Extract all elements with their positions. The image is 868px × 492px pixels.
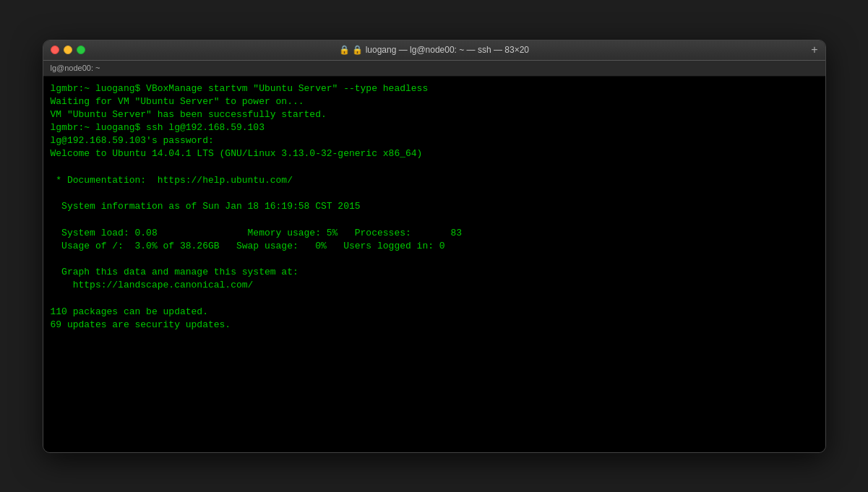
minimize-button[interactable] [64, 46, 72, 54]
traffic-lights [51, 46, 85, 54]
window-title: 🔒 🔒 luogang — lg@node00: ~ — ssh — 83×20 [339, 45, 529, 55]
close-button[interactable] [51, 46, 59, 54]
terminal-window: 🔒 🔒 luogang — lg@node00: ~ — ssh — 83×20… [43, 40, 826, 453]
lock-icon: 🔒 [339, 45, 350, 55]
terminal-output[interactable]: lgmbr:~ luogang$ VBoxManage startvm "Ubu… [43, 77, 825, 452]
tab-label[interactable]: lg@node00: ~ [51, 64, 100, 72]
maximize-button[interactable] [77, 46, 85, 54]
tab-bar: lg@node00: ~ [43, 61, 825, 77]
add-tab-button[interactable]: + [811, 44, 817, 56]
title-label: 🔒 luogang — lg@node00: ~ — ssh — 83×20 [352, 45, 529, 55]
titlebar: 🔒 🔒 luogang — lg@node00: ~ — ssh — 83×20… [43, 40, 825, 61]
